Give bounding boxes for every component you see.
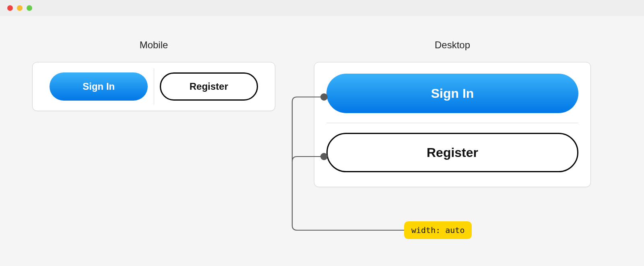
- minimize-window-button[interactable]: [17, 5, 23, 11]
- close-window-button[interactable]: [7, 5, 13, 11]
- annotation-dot-register: [320, 153, 328, 160]
- annotation-dot-sign-in: [320, 93, 328, 101]
- window-titlebar: [0, 0, 644, 16]
- annotation-connector-lines: [0, 16, 644, 266]
- zoom-window-button[interactable]: [27, 5, 32, 11]
- diagram-canvas: Mobile Desktop Sign In Register Sign In …: [0, 16, 644, 48]
- width-auto-badge: width: auto: [404, 221, 472, 239]
